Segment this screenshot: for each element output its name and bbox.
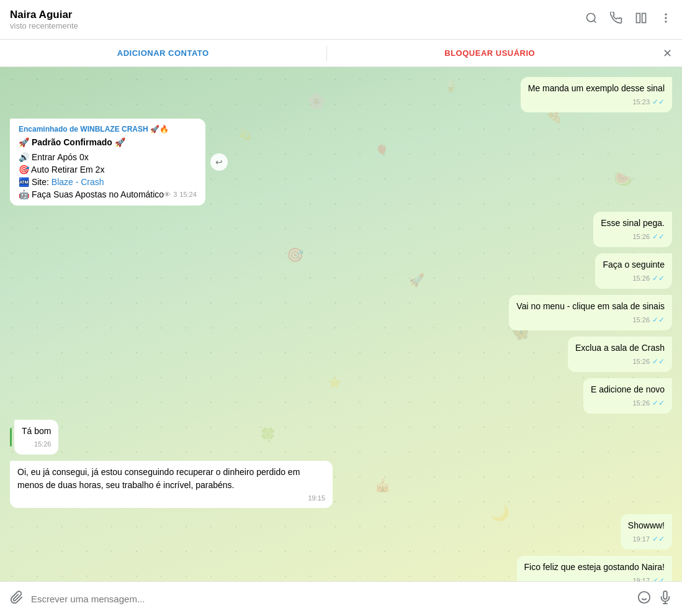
message-meta: 19:17 ✓✓: [524, 575, 665, 581]
svg-point-5: [665, 17, 666, 19]
message-time: 15:26: [632, 356, 650, 367]
message-time: 19:17: [632, 576, 650, 581]
phone-icon[interactable]: [610, 12, 622, 27]
message-meta: 15:26 ✓✓: [603, 273, 665, 284]
message-meta: 15:23 ✓✓: [528, 96, 665, 107]
message-time: 15:26: [632, 273, 650, 284]
forwarded-line-2: 🎯 Auto Retirar Em 2x: [19, 165, 197, 174]
forwarded-footer-text: 🤖 Faça Suas Apostas no Automático: [19, 189, 164, 199]
header-actions: [585, 12, 672, 27]
svg-point-7: [639, 591, 650, 602]
forwarded-line-3: 🏧 Site: Blaze - Crash: [19, 177, 197, 187]
message-row: Fico feliz que esteja gostando Naira! 19…: [10, 556, 672, 581]
message-time: 15:26: [34, 439, 52, 450]
chat-area: 🌸 🍦 🍕 🎈 🍉 🎯 🚀 🦋 ⭐ 🍀 🎪 🌙 💫 Me manda um ex…: [0, 67, 682, 581]
emoji-icon[interactable]: [637, 591, 651, 608]
forwarded-meta: 👁 3 15:24: [164, 191, 197, 198]
message-text: Tá bom: [22, 426, 51, 436]
message-text: Me manda um exemplo desse sinal: [528, 83, 665, 93]
message-row: E adicione de novo 15:26 ✓✓: [10, 378, 672, 414]
message-text: Showww!: [628, 520, 665, 530]
mic-icon[interactable]: [658, 591, 672, 608]
forwarded-line-1: 🔊 Entrar Após 0x: [19, 152, 197, 162]
message-bubble: Exclua a sala de Crash 15:26 ✓✓: [568, 337, 672, 372]
read-receipt-icon: ✓✓: [652, 314, 665, 325]
message-time: 19:17: [632, 534, 650, 545]
views-count: 3: [173, 191, 177, 198]
message-text: Esse sinal pega.: [601, 218, 665, 228]
svg-point-6: [665, 20, 666, 22]
message-text: Faça o seguinte: [603, 260, 665, 270]
message-text: Fico feliz que esteja gostando Naira!: [524, 562, 665, 572]
reply-button[interactable]: ↩: [210, 153, 228, 171]
columns-icon[interactable]: [635, 12, 647, 27]
message-row: Me manda um exemplo desse sinal 15:23 ✓✓: [10, 77, 672, 112]
read-receipt-icon: ✓✓: [652, 273, 665, 284]
forwarded-footer: 🤖 Faça Suas Apostas no Automático 👁 3 15…: [19, 189, 197, 199]
action-bar: ADICIONAR CONTATO BLOQUEAR USUÁRIO ✕: [0, 40, 682, 67]
svg-rect-3: [642, 14, 646, 23]
input-icons: [637, 591, 672, 608]
tabom-message-row: Tá bom 15:26: [10, 420, 672, 455]
message-bubble: Showww! 19:17 ✓✓: [621, 514, 672, 550]
message-meta: 19:15: [17, 493, 325, 504]
message-bubble: Fico feliz que esteja gostando Naira! 19…: [517, 556, 672, 581]
message-bubble: Faça o seguinte 15:26 ✓✓: [595, 253, 672, 289]
views-icon: 👁: [164, 191, 171, 198]
unread-indicator: [10, 428, 12, 446]
read-receipt-icon: ✓✓: [652, 356, 665, 367]
forwarded-time: 15:24: [179, 191, 197, 198]
more-icon[interactable]: [660, 12, 672, 27]
add-contact-button[interactable]: ADICIONAR CONTATO: [0, 42, 326, 64]
contact-status: visto recentemente: [10, 21, 78, 30]
forwarded-bubble: Encaminhado de WINBLAZE CRASH 🚀🔥 🚀 Padrã…: [10, 119, 205, 206]
message-meta: 19:17 ✓✓: [628, 533, 665, 545]
message-time: 19:15: [308, 493, 325, 504]
message-row: Esse sinal pega. 15:26 ✓✓: [10, 212, 672, 247]
message-time: 15:26: [632, 315, 650, 325]
svg-point-4: [665, 14, 666, 16]
forwarded-link[interactable]: Blaze - Crash: [52, 177, 104, 187]
message-bubble: Oi, eu já consegui, já estou conseguindo…: [10, 461, 333, 509]
forwarded-from: Encaminhado de WINBLAZE CRASH 🚀🔥: [19, 125, 197, 134]
read-receipt-icon: ✓✓: [652, 397, 665, 409]
message-bubble: E adicione de novo 15:26 ✓✓: [583, 378, 672, 414]
message-meta: 15:26 ✓✓: [575, 356, 665, 367]
svg-point-0: [587, 14, 595, 22]
message-row: Oi, eu já consegui, já estou conseguindo…: [10, 461, 672, 509]
message-text: Vai no menu - clique em sala de sinais: [516, 301, 665, 311]
svg-rect-2: [637, 14, 640, 23]
close-button[interactable]: ✕: [653, 40, 682, 66]
header-contact-info: Naira Aguiar visto recentemente: [10, 9, 78, 30]
message-time: 15:23: [632, 97, 650, 107]
message-row: Faça o seguinte 15:26 ✓✓: [10, 253, 672, 289]
message-bubble: Esse sinal pega. 15:26 ✓✓: [593, 212, 672, 247]
attach-icon[interactable]: [10, 591, 24, 608]
message-meta: 15:26 ✓✓: [516, 314, 665, 325]
message-text: Exclua a sala de Crash: [575, 343, 665, 353]
message-text: Oi, eu já consegui, já estou conseguindo…: [17, 467, 300, 490]
read-receipt-icon: ✓✓: [652, 231, 665, 242]
forwarded-message-row: Encaminhado de WINBLAZE CRASH 🚀🔥 🚀 Padrã…: [10, 119, 672, 206]
message-meta: 15:26 ✓✓: [591, 397, 665, 409]
search-icon[interactable]: [585, 12, 598, 27]
message-input[interactable]: [31, 594, 630, 604]
message-input-bar: [0, 581, 682, 616]
message-row: Exclua a sala de Crash 15:26 ✓✓: [10, 337, 672, 372]
chat-header: Naira Aguiar visto recentemente: [0, 0, 682, 40]
message-bubble: Me manda um exemplo desse sinal 15:23 ✓✓: [521, 77, 672, 112]
message-time: 15:26: [632, 398, 650, 409]
message-time: 15:26: [632, 232, 650, 242]
read-receipt-icon: ✓✓: [652, 533, 665, 545]
message-bubble: Tá bom 15:26: [14, 420, 58, 455]
message-bubble: Vai no menu - clique em sala de sinais 1…: [509, 295, 672, 330]
message-text: E adicione de novo: [591, 384, 665, 394]
message-row: Showww! 19:17 ✓✓: [10, 514, 672, 550]
message-meta: 15:26 ✓✓: [601, 231, 665, 242]
message-row: Vai no menu - clique em sala de sinais 1…: [10, 295, 672, 330]
contact-name: Naira Aguiar: [10, 9, 78, 21]
forwarded-title: 🚀 Padrão Confirmado 🚀: [19, 137, 197, 147]
block-user-button[interactable]: BLOQUEAR USUÁRIO: [327, 42, 653, 64]
read-receipt-icon: ✓✓: [652, 96, 665, 107]
svg-line-1: [594, 20, 596, 23]
